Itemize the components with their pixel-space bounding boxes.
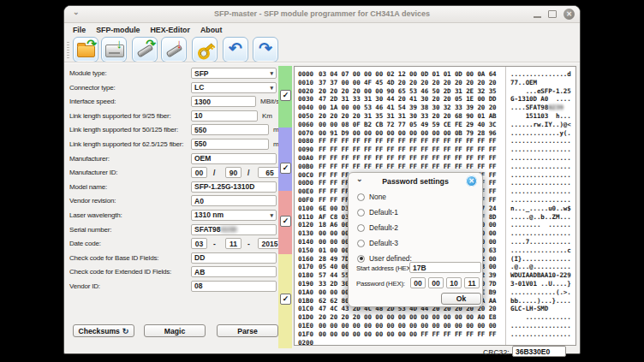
- ascii-row[interactable]: ......rw.IY..)@<: [510, 121, 571, 129]
- read-module-button[interactable]: ↷: [132, 37, 158, 62]
- radio-button-unselected[interactable]: [357, 224, 365, 232]
- hex-row[interactable]: 006000 00 08 0F B2 CB 72 77 05 49 59 CE …: [298, 121, 497, 129]
- ascii-row[interactable]: ................: [510, 137, 571, 145]
- ascii-row[interactable]: ...............c: [510, 246, 571, 255]
- hex-row[interactable]: 0080FF FF FF FF FF FF FF FF FF FF FF FF …: [298, 137, 497, 145]
- hex-row[interactable]: 000003 04 07 00 00 00 02 12 00 0D 01 01 …: [298, 70, 497, 79]
- ascii-row[interactable]: ................: [510, 171, 571, 180]
- parse-button[interactable]: Parse: [217, 324, 278, 337]
- ascii-row[interactable]: ............: [510, 313, 571, 322]
- maximize-button[interactable]: [548, 10, 557, 18]
- menu-item-about[interactable]: About: [195, 24, 227, 36]
- ascii-row[interactable]: ................: [510, 196, 571, 205]
- field-input-15[interactable]: 08: [191, 281, 277, 292]
- password-key-button[interactable]: [192, 37, 218, 62]
- field-input-11[interactable]: SFAT980239: [191, 224, 277, 235]
- undo-button[interactable]: ↶: [223, 37, 248, 62]
- ascii-row[interactable]: bb.....)...}....: [510, 297, 571, 306]
- hex-row[interactable]: 01F000 00 00 00 00 00 00 00 00 FF FF FF …: [298, 330, 497, 339]
- hex-row[interactable]: 01D020 20 20 20 00 00 00 00 00 00 00 00 …: [298, 313, 497, 322]
- password-byte-input-1[interactable]: 00: [428, 277, 444, 288]
- crc32-value-field[interactable]: 36B330E0: [512, 346, 566, 357]
- group-checkbox-0[interactable]: ✓: [280, 90, 291, 101]
- menu-item-hex-editor[interactable]: HEX-Editor: [145, 24, 194, 36]
- hex-row[interactable]: 0200: [298, 339, 319, 346]
- field-select-1[interactable]: LC▾: [191, 82, 277, 93]
- field-input-6[interactable]: OEM: [191, 153, 277, 164]
- field-select-0[interactable]: SFP▾: [191, 68, 277, 79]
- ascii-row[interactable]: ....SFAT980239: [510, 104, 571, 112]
- ascii-row[interactable]: WDUIAADBAA10-229: [510, 271, 571, 280]
- ascii-row[interactable]: ................: [510, 179, 571, 187]
- hex-row[interactable]: 003047 2D 31 33 31 30 44 20 41 30 20 20 …: [298, 95, 497, 104]
- radio-option-0[interactable]: None: [357, 192, 386, 202]
- group-checkbox-3[interactable]: ✓: [280, 294, 291, 305]
- password-byte-input-2[interactable]: 10: [446, 277, 462, 288]
- group-checkbox-2[interactable]: ✓: [280, 216, 291, 227]
- window-menu-chevron-icon[interactable]: ⌄: [73, 8, 80, 16]
- start-address-input[interactable]: 17B: [409, 262, 481, 273]
- dialog-collapse-chevron-icon[interactable]: ⌄: [356, 175, 363, 183]
- ascii-row[interactable]: .............y(.: [510, 129, 571, 138]
- field-input-part[interactable]: 03: [191, 238, 207, 249]
- radio-option-4[interactable]: User defined:: [357, 253, 412, 264]
- field-input-13[interactable]: DD: [191, 252, 277, 264]
- radio-option-3[interactable]: Default-3: [357, 238, 398, 248]
- ascii-row[interactable]: ................: [510, 154, 571, 163]
- field-select-10[interactable]: 1310 nm▾: [191, 210, 277, 221]
- ok-button[interactable]: Ok: [441, 293, 481, 305]
- password-byte-input-0[interactable]: 00: [410, 277, 426, 288]
- ascii-row[interactable]: ................: [510, 187, 571, 196]
- ascii-row[interactable]: ...eSFP-1.25: [510, 87, 571, 96]
- field-input-9[interactable]: A0: [191, 195, 277, 206]
- ascii-row[interactable]: ...............d: [510, 70, 571, 79]
- dialog-close-button[interactable]: ✕: [466, 175, 477, 187]
- radio-button-selected[interactable]: [357, 255, 365, 263]
- close-button[interactable]: ✕: [564, 9, 575, 20]
- ascii-row[interactable]: ................: [510, 163, 571, 171]
- ascii-row[interactable]: 3-01V01 ..U....}: [510, 280, 571, 288]
- ascii-row[interactable]: (I}.............: [510, 255, 571, 264]
- field-input-5[interactable]: 550: [191, 139, 269, 150]
- hex-row[interactable]: 004000 1A 00 00 53 46 41 54 39 38 30 32 …: [298, 104, 497, 112]
- menu-item-sfp-module[interactable]: SFP-module: [91, 24, 145, 36]
- menu-item-file[interactable]: File: [68, 24, 91, 36]
- ascii-row[interactable]: ................: [510, 330, 571, 339]
- ascii-row[interactable]: .....@..b..ZM...: [510, 213, 571, 222]
- group-checkbox-1[interactable]: ✓: [280, 163, 291, 174]
- ascii-row[interactable]: ................: [510, 322, 571, 330]
- ascii-row[interactable]: G-1310D A0 ....: [510, 95, 571, 104]
- ascii-row[interactable]: ....7...........: [510, 238, 571, 246]
- password-byte-input-3[interactable]: 11: [464, 277, 480, 288]
- ascii-row[interactable]: ................: [510, 229, 571, 238]
- field-input-2[interactable]: 1300: [191, 96, 256, 107]
- write-module-button[interactable]: ↓: [161, 37, 187, 62]
- ascii-row[interactable]: ........ ......: [510, 221, 571, 229]
- redo-button[interactable]: ↷: [253, 37, 278, 62]
- ascii-row[interactable]: n..._.....u0..w$: [510, 205, 571, 213]
- hex-row[interactable]: 005020 20 20 20 31 35 31 31 30 33 20 20 …: [298, 112, 497, 121]
- field-input-part[interactable]: 90: [225, 167, 242, 178]
- ascii-row[interactable]: GLC-LH-SMD: [510, 305, 571, 313]
- ascii-row[interactable]: ................: [510, 145, 571, 154]
- hex-row[interactable]: 001037 37 00 00 4F 45 4D 20 20 20 20 20 …: [298, 79, 497, 87]
- radio-option-1[interactable]: Default-1: [357, 207, 398, 217]
- open-file-button[interactable]: ↷: [73, 37, 98, 62]
- toolbar-drag-handle[interactable]: [67, 42, 69, 59]
- radio-button-unselected[interactable]: [357, 193, 365, 201]
- field-input-part[interactable]: 11: [225, 238, 242, 249]
- hex-row[interactable]: 0090FF FF FF FF FF FF FF FF FF FF FF FF …: [298, 145, 497, 154]
- checksums-button[interactable]: Checksums↻: [73, 324, 134, 337]
- magic-button[interactable]: Magic: [144, 324, 206, 337]
- titlebar[interactable]: ⌄ SFP-master - SFP module programmer for…: [64, 6, 580, 23]
- field-input-14[interactable]: AB: [191, 266, 277, 277]
- hex-row[interactable]: 00A0FF FF FF FF FF FF FF FF FF FF FF FF …: [298, 154, 497, 163]
- hex-row[interactable]: 00B0FF FF FF FF FF FF FF FF FF FF FF FF …: [298, 163, 497, 171]
- radio-button-unselected[interactable]: [357, 240, 365, 247]
- field-input-8[interactable]: SFP-1.25G-1310D: [191, 181, 277, 193]
- radio-option-2[interactable]: Default-2: [357, 223, 398, 233]
- ascii-row[interactable]: 77..OEM: [510, 79, 571, 87]
- ascii-row[interactable]: 151103 h...: [510, 112, 571, 121]
- field-input-part[interactable]: 00: [191, 167, 207, 178]
- field-input-3[interactable]: 10: [191, 110, 258, 122]
